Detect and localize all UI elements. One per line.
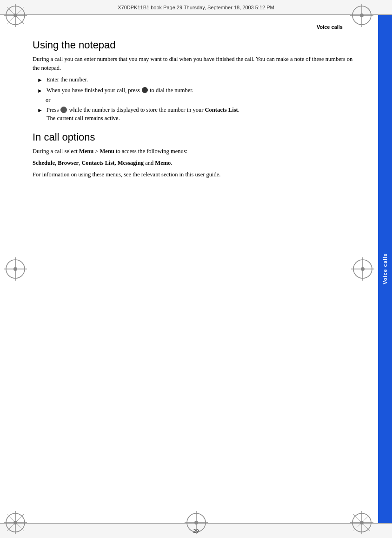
page-header: Voice calls	[33, 24, 359, 30]
section2-period: .	[171, 160, 172, 166]
book-info: X70DPK11B1.book Page 29 Thursday, Septem…	[118, 5, 274, 10]
section2-and: and	[144, 160, 155, 166]
bullet3-line2: The current call remains active.	[47, 115, 120, 121]
section2-bold-items: Schedule, Browser, Contacts List, Messag…	[33, 159, 359, 168]
section1-title: Using the notepad	[33, 39, 359, 51]
section2-menu2: Menu	[100, 148, 114, 155]
section2-bold-schedule: Schedule	[33, 160, 55, 166]
dial-icon	[142, 87, 148, 93]
right-tab-label: Voice calls	[382, 253, 388, 284]
bullet3-press: Press	[47, 107, 60, 113]
section2-bold-memo: Memo	[155, 160, 171, 166]
section2-title: In call options	[33, 131, 359, 143]
section2-intro-middle: >	[93, 148, 100, 155]
section1-bullets: ► Enter the number. ► When you have fini…	[37, 75, 359, 123]
bullet2-after: to dial the number.	[150, 87, 193, 94]
bullet-arrow-1: ►	[37, 76, 43, 84]
bullet2-before: When you have finished your call, press	[47, 87, 141, 94]
section2-intro: During a call select Menu > Menu to acce…	[33, 147, 359, 156]
or-text: or	[46, 97, 359, 104]
right-tab: Voice calls	[378, 15, 392, 523]
bullet-text-3: Press while the number is displayed to s…	[47, 106, 359, 123]
bullet-item-2: ► When you have finished your call, pres…	[37, 86, 359, 95]
header-section-title: Voice calls	[317, 24, 343, 30]
bullet-arrow-3: ►	[37, 106, 43, 114]
section2-footer: For information on using these menus, se…	[33, 170, 359, 179]
bullet3-middle: while the number is displayed to store t…	[69, 107, 239, 113]
main-content: Voice calls Using the notepad During a c…	[14, 15, 378, 523]
section2-bold-contacts: Contacts List, Messaging	[81, 160, 144, 166]
section2-menu1: Menu	[79, 148, 93, 155]
bullet-text-2: When you have finished your call, press …	[47, 86, 359, 95]
section1-intro: During a call you can enter numbers that…	[33, 55, 359, 73]
top-bar: X70DPK11B1.book Page 29 Thursday, Septem…	[0, 0, 392, 15]
section2-intro-before: During a call select	[33, 148, 79, 155]
section2-bold-browser: Browser	[58, 160, 79, 166]
contacts-list-bold: Contacts List	[205, 107, 238, 113]
bullet-item-3: ► Press while the number is displayed to…	[37, 106, 359, 123]
bullet-arrow-2: ►	[37, 87, 43, 95]
section2-intro-after: to access the following menus:	[114, 148, 187, 155]
bullet-text-1: Enter the number.	[47, 75, 359, 84]
bullet-item-1: ► Enter the number.	[37, 75, 359, 84]
store-icon	[60, 107, 67, 113]
bullet1-text: Enter the number.	[47, 76, 88, 83]
